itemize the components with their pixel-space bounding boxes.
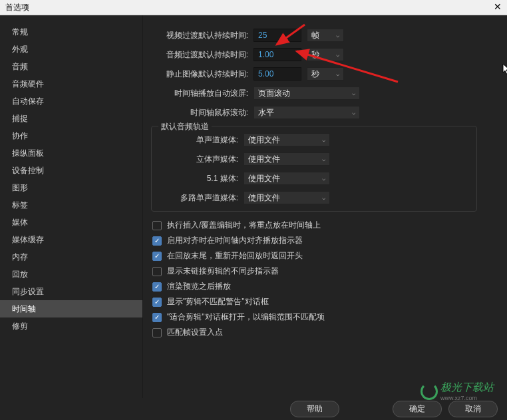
checkbox-icon[interactable] [152,328,162,337]
sidebar-item-timeline[interactable]: 时间轴 [0,300,142,317]
sidebar-item-media-cache[interactable]: 媒体缓存 [0,231,142,248]
check-return-start[interactable]: ✓在回放末尾，重新开始回放时返回开头 [152,250,502,262]
audio-channels-fieldset: 默认音频轨道 单声道媒体: 使用文件⌵ 立体声媒体: 使用文件⌵ 5.1 媒体:… [151,126,477,212]
checkbox-icon[interactable] [152,267,162,276]
checkbox-icon[interactable]: ✓ [152,313,162,322]
still-label: 静止图像默认持续时间: [148,69,248,80]
chevron-down-icon: ⌵ [322,194,325,201]
chevron-down-icon: ⌵ [322,136,325,143]
checkbox-icon[interactable]: ✓ [152,282,162,292]
chevron-down-icon: ⌵ [352,90,355,97]
sidebar-item-audio-hw[interactable]: 音频硬件 [0,75,142,93]
title-bar: 首选项 ✕ [0,0,507,15]
footer: 帮助 确定 取消 极光下载站 www.xz7.com [0,398,507,420]
chevron-down-icon: ⌵ [322,175,325,182]
still-input[interactable] [254,67,301,81]
sidebar-item-general[interactable]: 常规 [0,23,142,41]
mouse-label: 时间轴鼠标滚动: [148,107,248,118]
scroll-label: 时间轴播放自动滚屏: [148,88,248,99]
checkbox-icon[interactable] [152,221,162,230]
check-fit-clip[interactable]: ✓"适合剪辑"对话框打开，以编辑范围不匹配项 [152,312,502,323]
audio-trans-label: 音频过渡默认持续时间: [148,49,248,61]
check-mismatch-warn[interactable]: ✓显示"剪辑不匹配警告"对话框 [152,296,502,308]
five1-dropdown[interactable]: 使用文件⌵ [244,172,330,185]
check-play-after-render[interactable]: ✓渲染预览之后播放 [152,281,502,292]
sidebar-item-memory[interactable]: 内存 [0,248,142,266]
sidebar-item-media[interactable]: 媒体 [0,214,142,231]
sidebar-item-graphics[interactable]: 图形 [0,179,142,196]
sidebar-item-labels[interactable]: 标签 [0,196,142,214]
fieldset-legend: 默认音频轨道 [158,121,212,132]
sidebar-item-capture[interactable]: 捕捉 [0,110,142,127]
check-focus-timeline[interactable]: 执行插入/覆盖编辑时，将重点放在时间轴上 [152,220,502,231]
content-panel: 视频过渡默认持续时间: 帧⌵ 音频过渡默认持续时间: 秒⌵ 静止图像默认持续时间… [143,15,507,398]
ok-button[interactable]: 确定 [393,401,442,417]
sidebar-item-trim[interactable]: 修剪 [0,317,142,335]
check-snap-indicator[interactable]: ✓启用对齐时在时间轴内对齐播放指示器 [152,235,502,246]
audio-trans-input[interactable] [254,48,301,61]
sidebar-item-appearance[interactable]: 外观 [0,41,142,58]
window-title: 首选项 [5,3,29,12]
sidebar-item-collab[interactable]: 协作 [0,127,142,144]
still-unit-dropdown[interactable]: 秒⌵ [307,67,344,81]
mono-dropdown[interactable]: 使用文件⌵ [244,133,330,146]
video-trans-input[interactable] [254,29,301,42]
checkbox-icon[interactable]: ✓ [152,298,162,307]
stereo-dropdown[interactable]: 使用文件⌵ [244,152,330,166]
chevron-down-icon: ⌵ [336,32,339,39]
sidebar-item-control[interactable]: 操纵面板 [0,144,142,162]
mono-label: 单声道媒体: [158,134,238,146]
scroll-dropdown[interactable]: 页面滚动⌵ [254,87,360,100]
chevron-down-icon: ⌵ [336,71,339,77]
multi-dropdown[interactable]: 使用文件⌵ [244,191,330,204]
audio-trans-unit-dropdown[interactable]: 秒⌵ [307,48,344,61]
multi-label: 多路单声道媒体: [158,192,238,204]
checkbox-icon[interactable]: ✓ [152,252,162,261]
help-button[interactable]: 帮助 [290,401,339,417]
chevron-down-icon: ⌵ [322,156,325,162]
stereo-label: 立体声媒体: [158,154,238,165]
swirl-icon [421,383,438,400]
sidebar-item-device[interactable]: 设备控制 [0,162,142,179]
sidebar-item-sync[interactable]: 同步设置 [0,283,142,300]
chevron-down-icon: ⌵ [336,51,339,58]
close-icon[interactable]: ✕ [494,1,502,12]
sidebar: 常规 外观 音频 音频硬件 自动保存 捕捉 协作 操纵面板 设备控制 图形 标签… [0,15,143,398]
sidebar-item-autosave[interactable]: 自动保存 [0,93,142,110]
video-trans-unit-dropdown[interactable]: 帧⌵ [307,29,344,42]
five1-label: 5.1 媒体: [158,173,238,184]
video-trans-label: 视频过渡默认持续时间: [148,30,248,41]
mouse-dropdown[interactable]: 水平⌵ [254,106,360,119]
chevron-down-icon: ⌵ [352,109,355,116]
sidebar-item-audio[interactable]: 音频 [0,58,142,75]
check-match-frame[interactable]: 匹配帧设置入点 [152,327,502,338]
cancel-button[interactable]: 取消 [448,401,498,417]
watermark: 极光下载站 www.xz7.com [421,381,494,401]
sidebar-item-playback[interactable]: 回放 [0,266,142,283]
checkbox-icon[interactable]: ✓ [152,236,162,246]
check-unlinked-sync[interactable]: 显示未链接剪辑的不同步指示器 [152,266,502,277]
cursor-icon [502,63,507,78]
